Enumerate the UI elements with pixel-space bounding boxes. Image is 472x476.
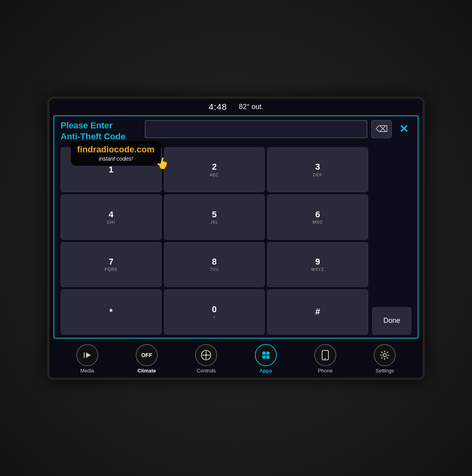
status-bar: 4:48 82° out. [50, 99, 422, 115]
key-0-sub: + [213, 315, 216, 319]
svg-rect-9 [266, 356, 269, 359]
key-1-main: 1 [109, 165, 113, 174]
nav-label-controls: Controls [197, 368, 216, 374]
done-label: Done [383, 317, 400, 325]
key-6-main: 6 [315, 210, 320, 219]
svg-rect-8 [262, 356, 266, 359]
key-3-main: 3 [315, 162, 320, 172]
key-5-main: 5 [212, 210, 217, 219]
top-area: Please Enter Anti-Theft Code ⌫ ✕ [61, 120, 411, 143]
nav-label-phone: Phone [318, 368, 333, 374]
key-4-sub: GHI [107, 220, 115, 224]
key-hash-button[interactable]: # [267, 289, 368, 334]
key-*-main: * [109, 307, 113, 317]
climate-off-label: OFF [141, 352, 152, 358]
key-5-sub: JKL [210, 220, 218, 224]
hand-icon: 👆 [155, 157, 169, 170]
watermark-tagline-text: instant codes! [99, 156, 133, 162]
keypad-area: 12ABC3DEF4GHI5JKL6MNO7PQRS8TUV9WXYZ*0+# … [61, 147, 411, 335]
nav-icon-climate: OFF [136, 344, 158, 366]
nav-icon-phone [314, 344, 336, 366]
nav-icon-media [76, 344, 98, 366]
nav-item-apps[interactable]: Apps [250, 344, 282, 374]
code-input-field[interactable] [145, 120, 367, 138]
key-#-main: # [315, 307, 320, 317]
nav-item-phone[interactable]: Phone [310, 344, 341, 374]
input-row: ⌫ ✕ [145, 120, 411, 138]
watermark-tagline: instant codes! 👆 [77, 156, 155, 162]
keypad-grid: 12ABC3DEF4GHI5JKL6MNO7PQRS8TUV9WXYZ*0+# [61, 147, 368, 335]
key-7-sub: PQRS [105, 267, 117, 272]
close-button[interactable]: ✕ [396, 121, 411, 137]
key-2-button[interactable]: 2ABC [164, 147, 265, 192]
car-frame: 4:48 82° out. Please Enter Anti-Theft Co… [0, 0, 472, 476]
prompt-line1: Please Enter [61, 120, 112, 130]
nav-icon-apps [255, 344, 277, 366]
nav-item-climate[interactable]: OFFClimate [131, 344, 162, 374]
key-2-sub: ABC [210, 173, 219, 177]
key-4-main: 4 [109, 210, 113, 219]
key-7-button[interactable]: 7PQRS [61, 242, 162, 287]
prompt-line2: Anti-Theft Code [61, 132, 125, 141]
key-8-main: 8 [212, 257, 217, 267]
nav-label-settings: Settings [376, 368, 394, 374]
key-4-button[interactable]: 4GHI [61, 194, 162, 239]
key-6-button[interactable]: 6MNO [267, 194, 368, 239]
key-2-main: 2 [212, 162, 217, 172]
key-0-button[interactable]: 0+ [164, 289, 265, 334]
key-9-sub: WXYZ [311, 267, 324, 272]
prompt-text: Please Enter Anti-Theft Code [61, 120, 139, 143]
svg-point-12 [383, 354, 386, 357]
watermark-overlay: findradiocode.com instant codes! 👆 [71, 141, 161, 166]
key-9-button[interactable]: 9WXYZ [267, 242, 368, 287]
nav-item-settings[interactable]: Settings [369, 344, 400, 374]
nav-item-controls[interactable]: Controls [190, 344, 222, 374]
nav-icon-settings [374, 344, 396, 366]
bottom-nav: MediaOFFClimateControlsAppsPhoneSettings [50, 341, 422, 378]
key-8-sub: TUV [210, 267, 219, 272]
screen-bezel: 4:48 82° out. Please Enter Anti-Theft Co… [47, 96, 425, 380]
key-star-button[interactable]: * [61, 289, 162, 334]
done-column: Done [372, 147, 411, 335]
svg-point-5 [205, 354, 207, 356]
svg-rect-6 [262, 352, 266, 355]
key-0-main: 0 [212, 305, 217, 314]
key-6-sub: MNO [312, 220, 323, 224]
watermark-url: findradiocode.com [77, 144, 155, 155]
nav-label-apps: Apps [259, 368, 272, 374]
nav-item-media[interactable]: Media [72, 344, 103, 374]
key-5-button[interactable]: 5JKL [164, 194, 265, 239]
nav-label-media: Media [80, 368, 94, 374]
done-button[interactable]: Done [372, 307, 411, 335]
key-3-button[interactable]: 3DEF [267, 147, 368, 192]
status-temperature: 82° out. [239, 103, 263, 111]
backspace-icon: ⌫ [376, 124, 388, 134]
status-time: 4:48 [208, 102, 227, 112]
backspace-button[interactable]: ⌫ [371, 120, 392, 138]
nav-label-climate: Climate [138, 368, 156, 374]
key-3-sub: DEF [313, 173, 322, 177]
key-8-button[interactable]: 8TUV [164, 242, 265, 287]
svg-rect-7 [266, 352, 269, 355]
nav-icon-controls [195, 344, 217, 366]
key-9-main: 9 [315, 257, 320, 267]
key-7-main: 7 [109, 257, 113, 267]
